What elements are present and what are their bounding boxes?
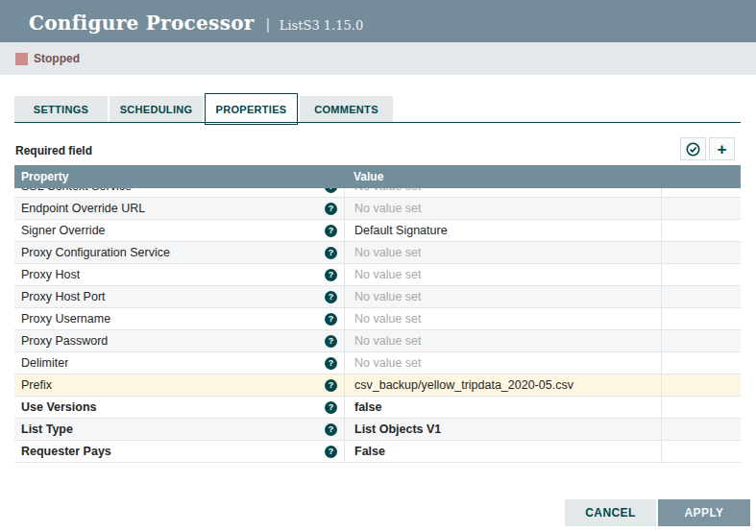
- property-row: Prefix?csv_backup/yellow_tripdata_2020-0…: [14, 375, 741, 397]
- property-name-cell: Delimiter?: [14, 352, 344, 374]
- property-value[interactable]: No value set: [344, 188, 661, 197]
- cancel-button[interactable]: CANCEL: [565, 499, 656, 526]
- tab-underline: [14, 122, 741, 123]
- property-row: Proxy Host?No value set: [14, 264, 741, 286]
- property-name: Delimiter: [21, 352, 68, 374]
- required-field-label: Required field: [15, 144, 92, 157]
- row-actions-cell: [661, 330, 741, 351]
- property-row: SSL Context Service?No value set: [14, 188, 741, 198]
- table-header: Property Value: [14, 165, 741, 188]
- property-value[interactable]: No value set: [344, 330, 661, 351]
- property-value[interactable]: No value set: [344, 352, 661, 374]
- tab-comments[interactable]: COMMENTS: [300, 96, 393, 122]
- property-name-cell: Proxy Configuration Service?: [14, 242, 344, 263]
- row-actions-cell: [661, 242, 741, 263]
- property-name-cell: Proxy Host Port?: [14, 286, 344, 307]
- status-bar: Stopped: [0, 42, 756, 75]
- help-icon[interactable]: ?: [325, 225, 337, 237]
- property-row: Endpoint Override URL?No value set: [14, 198, 741, 220]
- property-value[interactable]: No value set: [344, 308, 661, 329]
- add-property-button[interactable]: +: [709, 137, 735, 160]
- row-actions-cell: [661, 419, 741, 440]
- row-actions-cell: [661, 264, 741, 285]
- column-header-value: Value: [344, 165, 661, 188]
- tab-bar: SETTINGSSCHEDULINGPROPERTIESCOMMENTS: [14, 96, 395, 122]
- dialog-title: Configure Processor: [29, 12, 255, 35]
- row-actions-cell: [661, 441, 741, 462]
- property-name: List Type: [21, 419, 73, 440]
- apply-button[interactable]: APPLY: [658, 499, 750, 526]
- property-name-cell: Prefix?: [14, 375, 344, 396]
- property-name-cell: Endpoint Override URL?: [14, 198, 344, 219]
- dialog-header: Configure Processor | ListS3 1.15.0: [0, 0, 756, 42]
- property-name-cell: Signer Override?: [14, 220, 344, 241]
- property-row: Use Versions?false: [14, 397, 741, 419]
- row-actions-cell: [661, 352, 741, 374]
- property-value[interactable]: false: [344, 397, 661, 418]
- property-row: Signer Override?Default Signature: [14, 220, 741, 242]
- tab-properties[interactable]: PROPERTIES: [205, 93, 298, 125]
- property-name-cell: Proxy Password?: [14, 330, 344, 351]
- help-icon[interactable]: ?: [325, 203, 337, 215]
- property-name: Proxy Host Port: [21, 286, 106, 307]
- column-header-property: Property: [14, 165, 344, 188]
- property-name-cell: Requester Pays?: [14, 441, 344, 462]
- row-actions-cell: [661, 220, 741, 241]
- row-actions-cell: [661, 308, 741, 329]
- property-name-cell: List Type?: [14, 419, 344, 440]
- property-value[interactable]: csv_backup/yellow_tripdata_2020-05.csv: [344, 375, 661, 396]
- property-name: Signer Override: [21, 220, 106, 241]
- property-name: Proxy Password: [21, 330, 108, 351]
- table-body: SSL Context Service?No value setEndpoint…: [14, 188, 741, 463]
- processor-type-version: ListS3 1.15.0: [280, 18, 363, 33]
- verify-properties-button[interactable]: [680, 137, 706, 160]
- property-value[interactable]: List Objects V1: [344, 419, 661, 440]
- properties-table: Property Value SSL Context Service?No va…: [14, 165, 741, 463]
- property-value[interactable]: No value set: [344, 286, 661, 307]
- property-name-cell: SSL Context Service?: [14, 188, 344, 197]
- property-value[interactable]: No value set: [344, 264, 661, 285]
- row-actions-cell: [661, 188, 741, 197]
- help-icon[interactable]: ?: [325, 401, 337, 414]
- property-name: Requester Pays: [21, 441, 111, 462]
- configure-processor-dialog: Configure Processor | ListS3 1.15.0 Stop…: [0, 0, 756, 532]
- help-icon[interactable]: ?: [325, 423, 337, 436]
- help-icon[interactable]: ?: [325, 247, 337, 259]
- tab-scheduling[interactable]: SCHEDULING: [110, 96, 203, 122]
- help-icon[interactable]: ?: [325, 379, 337, 392]
- stopped-square-icon: [15, 53, 28, 65]
- help-icon[interactable]: ?: [325, 335, 337, 348]
- property-name: Use Versions: [21, 397, 97, 418]
- property-name: Prefix: [21, 375, 52, 396]
- row-actions-cell: [661, 397, 741, 418]
- plus-icon: +: [718, 141, 727, 157]
- property-name: Proxy Username: [21, 308, 110, 329]
- property-row: Proxy Username?No value set: [14, 308, 741, 330]
- help-icon[interactable]: ?: [325, 446, 337, 458]
- property-name: Proxy Configuration Service: [21, 242, 170, 263]
- property-row: Proxy Configuration Service?No value set: [14, 242, 741, 264]
- help-icon[interactable]: ?: [325, 357, 337, 370]
- property-row: Proxy Host Port?No value set: [14, 286, 741, 308]
- property-value[interactable]: No value set: [344, 242, 661, 263]
- property-value[interactable]: False: [344, 441, 661, 462]
- check-circle-icon: [686, 142, 700, 157]
- property-name: SSL Context Service: [21, 188, 132, 197]
- help-icon[interactable]: ?: [325, 188, 337, 193]
- property-name-cell: Use Versions?: [14, 397, 344, 418]
- property-name: Proxy Host: [21, 264, 80, 285]
- row-actions-cell: [661, 286, 741, 307]
- property-value[interactable]: No value set: [344, 198, 661, 219]
- status-label: Stopped: [34, 52, 80, 65]
- property-name-cell: Proxy Host?: [14, 264, 344, 285]
- property-value[interactable]: Default Signature: [344, 220, 661, 241]
- property-row: Delimiter?No value set: [14, 352, 741, 375]
- property-name: Endpoint Override URL: [21, 198, 145, 219]
- property-row: List Type?List Objects V1: [14, 419, 741, 441]
- help-icon[interactable]: ?: [325, 313, 337, 326]
- help-icon[interactable]: ?: [325, 269, 337, 281]
- tab-settings[interactable]: SETTINGS: [14, 96, 108, 122]
- help-icon[interactable]: ?: [325, 291, 337, 303]
- property-row: Proxy Password?No value set: [14, 330, 741, 352]
- property-name-cell: Proxy Username?: [14, 308, 344, 329]
